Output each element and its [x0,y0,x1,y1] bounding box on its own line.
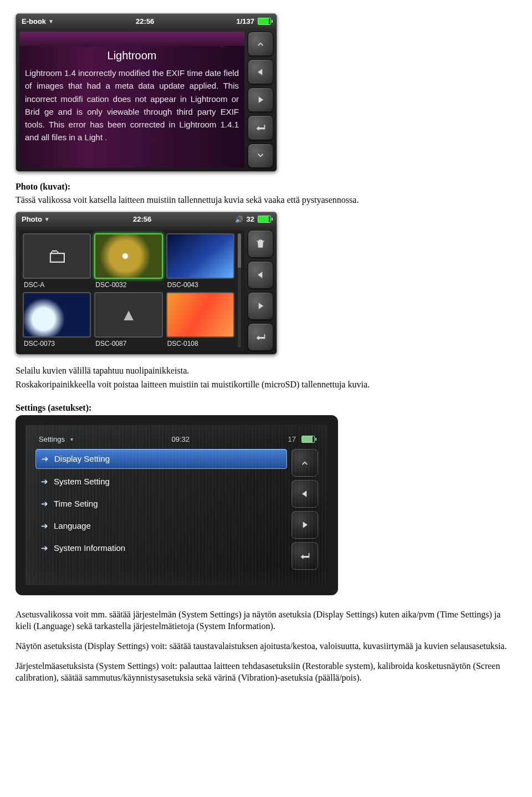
ebook-statusbar: E-book ▼ 22:56 1/137 [16,14,277,28]
next-button[interactable] [248,292,273,320]
settings-item-label: System Setting [54,477,110,486]
photo-section-p3: Roskakoripainikkeella voit poistaa laitt… [16,379,516,391]
settings-section-p1: Asetusvalikossa voit mm. säätää järjeste… [16,609,516,632]
settings-item-time[interactable]: ➔ Time Seting [35,494,287,513]
battery-icon [258,216,271,223]
arrow-right-icon: ➔ [41,521,48,531]
scrollbar[interactable] [238,233,241,348]
ebook-time: 22:56 [136,17,154,25]
thumb-label: DSC-0032 [94,281,162,289]
next-button[interactable] [291,511,318,539]
settings-statusbar: Settings ▾ 09:32 17 [35,433,318,449]
photo-thumb[interactable]: ▲ [94,292,162,338]
settings-item-system[interactable]: ➔ System Setting [35,472,287,491]
trash-icon [255,238,266,249]
settings-item-language[interactable]: ➔ Language [35,517,287,535]
ebook-title: Lightroom [25,49,239,62]
triangle-left-icon [255,67,266,78]
arrow-right-icon: ➔ [41,543,48,553]
photo-section-p1: Tässä valikossa voit katsella laitteen m… [16,194,516,206]
enter-button[interactable] [248,115,273,140]
arrow-right-icon: ➔ [41,477,48,487]
chevron-down-icon[interactable]: ▾ [70,436,73,442]
photo-thumb[interactable] [23,292,91,338]
prev-button[interactable] [248,261,273,289]
arrow-right-icon: ➔ [41,499,48,509]
settings-item-display[interactable]: ➔ Display Setting [35,449,287,469]
settings-time: 09:32 [171,435,190,443]
battery-icon [258,18,271,25]
ebook-content: Lightroom Lightroom 1.4 incorrectly modi… [19,32,244,168]
volume-icon: 🔊 [235,216,243,223]
settings-item-label: Language [54,521,91,530]
settings-item-label: Time Seting [54,499,98,508]
settings-item-sysinfo[interactable]: ➔ System Information [35,539,287,558]
settings-status-right: 17 [288,435,296,443]
settings-section-p2: Näytön asetuksista (Display Settings) vo… [16,640,516,652]
curtain-decoration [19,32,244,46]
enter-icon [255,122,266,133]
photo-section-heading: Photo (kuvat): [16,182,516,192]
delete-button[interactable] [248,230,273,258]
triangle-right-icon [255,300,266,311]
chevron-down-icon[interactable]: ▼ [44,216,50,222]
enter-button[interactable] [291,542,318,570]
settings-mode-label[interactable]: Settings [39,435,65,443]
photo-statusbar: Photo ▼ 22:56 🔊 32 [16,212,277,227]
photo-folder-thumb[interactable]: 🗀 [23,233,91,279]
photo-thumb[interactable] [166,233,234,279]
triangle-left-icon [299,488,310,499]
photo-mode-label[interactable]: Photo [22,215,42,223]
settings-section-heading: Settings (asetukset): [16,403,516,413]
ebook-page-indicator: 1/137 [236,17,254,25]
settings-section-p3: Järjestelmäasetuksista (System Settings)… [16,660,516,684]
triangle-right-icon [299,519,310,530]
chevron-down-icon[interactable]: ▼ [48,18,54,24]
chevron-up-icon [299,457,310,468]
photo-thumb[interactable] [166,292,234,338]
thumb-label: DSC-A [23,281,91,289]
enter-icon [255,331,266,343]
prev-button[interactable] [291,480,318,508]
triangle-right-icon [255,94,266,105]
thumb-label: DSC-0087 [94,340,162,348]
photo-volume-level: 32 [247,215,254,223]
thumb-label: DSC-0073 [23,340,91,348]
photo-section-p2: Selailu kuvien välillä tapahtuu nuolipai… [16,365,516,377]
chevron-up-icon [255,38,266,49]
ebook-screenshot: E-book ▼ 22:56 1/137 Lightroom Lightroom… [16,13,277,172]
folder-icon: 🗀 [47,244,67,268]
thumb-label: DSC-0108 [166,340,234,348]
scroll-down-button[interactable] [248,144,273,168]
image-placeholder-icon: ▲ [120,305,137,324]
photo-gallery: 🗀 DSC-A DSC-0032 DSC-0043 DSC-0073 [19,230,244,351]
prev-page-button[interactable] [248,59,273,84]
ebook-mode-label[interactable]: E-book [22,17,46,25]
photo-time: 22:56 [133,215,151,223]
arrow-right-icon: ➔ [42,454,49,464]
settings-item-label: Display Setting [54,454,110,463]
triangle-left-icon [255,269,266,280]
ebook-body-text: Lightroom 1.4 incorrectly modified the E… [25,67,239,144]
thumb-label: DSC-0043 [166,281,234,289]
next-page-button[interactable] [248,88,273,112]
scroll-up-button[interactable] [248,32,273,56]
settings-item-label: System Information [54,543,125,553]
enter-button[interactable] [248,323,273,351]
enter-icon [299,550,310,561]
battery-icon [301,436,315,443]
photo-screenshot: Photo ▼ 22:56 🔊 32 🗀 DSC-A DSC-0032 [16,212,277,355]
photo-thumb-selected[interactable] [94,233,162,279]
scroll-up-button[interactable] [291,449,318,477]
chevron-down-icon [255,150,266,161]
settings-screenshot: Settings ▾ 09:32 17 ➔ Display Setting ➔ … [16,415,338,595]
